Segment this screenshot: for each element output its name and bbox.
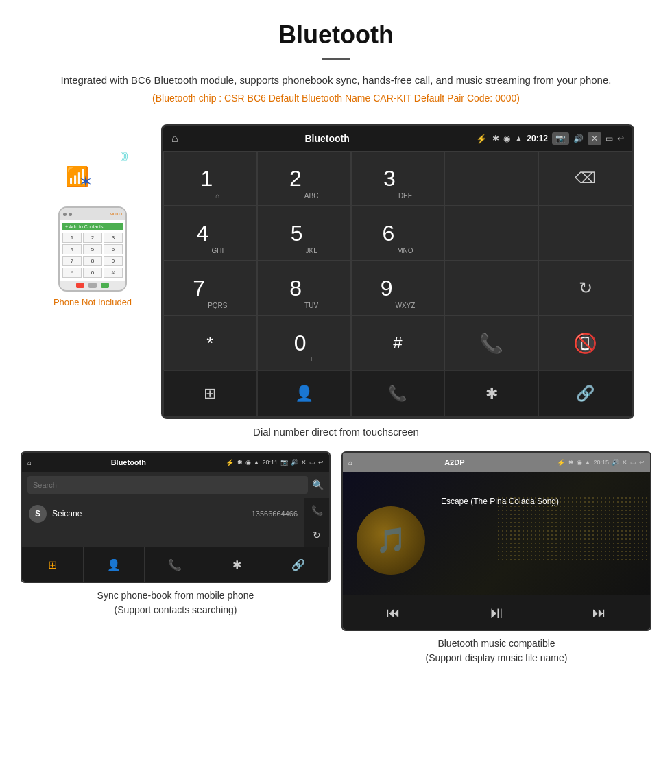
dial-key-3[interactable]: 3DEF xyxy=(351,151,445,206)
nav-bluetooth[interactable]: ✱ xyxy=(444,370,538,417)
music-caption: Bluetooth music compatible (Support disp… xyxy=(426,637,568,665)
bottom-screenshots: ⌂ Bluetooth ⚡ ✱ ◉ ▲ 20:11 📷 🔊 ✕ ▭ ↩ xyxy=(0,451,672,665)
backspace-icon: ⌫ xyxy=(575,169,596,187)
dial-cell-empty-4 xyxy=(444,261,538,316)
screen-icon[interactable]: ▭ xyxy=(605,134,613,143)
dial-call-button[interactable]: 📞 xyxy=(444,316,538,370)
pb-home-icon[interactable]: ⌂ xyxy=(27,459,32,466)
music-next-button[interactable]: ⏭ xyxy=(592,605,606,621)
music-block: ⌂ A2DP ⚡ ✱ ◉ ▲ 20:15 🔊 ✕ ▭ ↩ xyxy=(341,451,651,665)
dial-refresh[interactable]: ↻ xyxy=(538,261,632,316)
pb-search-button[interactable]: 🔍 xyxy=(312,479,324,490)
pb-link-icon: 🔗 xyxy=(291,558,305,571)
dial-keypad-grid: 1⌂ 2ABC 3DEF ⌫ 4GHI 5JKL 6MNO xyxy=(163,151,632,370)
dial-key-2[interactable]: 2ABC xyxy=(257,151,351,206)
pb-nav-contacts[interactable]: 👤 xyxy=(84,547,145,582)
pb-search-bar: 🔍 xyxy=(22,472,329,498)
stop-icon[interactable]: ✕ xyxy=(588,132,601,145)
dial-key-0[interactable]: 0+ xyxy=(257,316,351,370)
pb-status-bar: ⌂ Bluetooth ⚡ ✱ ◉ ▲ 20:11 📷 🔊 ✕ ▭ ↩ xyxy=(22,453,329,472)
phonebook-caption: Sync phone-book from mobile phone (Suppo… xyxy=(97,589,254,617)
pb-screen-icon: ▭ xyxy=(309,459,315,466)
pb-stop-icon: ✕ xyxy=(301,459,307,466)
pb-refresh-side-icon[interactable]: ↻ xyxy=(313,530,321,541)
music-play-pause-button[interactable]: ⏯ xyxy=(488,603,505,622)
page-title: Bluetooth xyxy=(41,21,631,49)
phone-not-included-label: Phone Not Included xyxy=(53,297,132,307)
dial-status-bar: ⌂ Bluetooth ⚡ ✱ ◉ ▲ 20:12 📷 🔊 ✕ ▭ ↩ xyxy=(163,126,632,151)
dial-cell-empty-3 xyxy=(538,206,632,261)
dial-end-button[interactable]: 📵 xyxy=(538,316,632,370)
music-vol-icon: 🔊 xyxy=(612,459,619,466)
music-loc-icon: ◉ xyxy=(577,459,582,466)
pb-contact-item[interactable]: S Seicane 13566664466 xyxy=(22,498,304,530)
dial-key-9[interactable]: 9WXYZ xyxy=(351,261,445,316)
music-prev-button[interactable]: ⏮ xyxy=(387,605,400,621)
dial-key-8[interactable]: 8TUV xyxy=(257,261,351,316)
pb-search-input[interactable] xyxy=(27,476,308,494)
refresh-icon: ↻ xyxy=(579,278,592,298)
bluetooth-nav-icon: ✱ xyxy=(485,385,498,403)
pb-nav-dialpad[interactable]: ⊞ xyxy=(22,547,84,582)
dial-key-5[interactable]: 5JKL xyxy=(257,206,351,261)
pb-contact-list: S Seicane 13566664466 xyxy=(22,498,304,547)
pb-contact-name: Seicane xyxy=(52,509,246,519)
wifi-icon: ▲ xyxy=(514,134,523,143)
pb-bt-icon: ✱ xyxy=(237,459,243,466)
dial-section: )))) 📶 ✶ MOTO + Add to Contacts 123 456 … xyxy=(0,124,672,419)
pb-nav: ⊞ 👤 📞 ✱ 🔗 xyxy=(22,547,329,582)
music-time: 20:15 xyxy=(593,459,609,466)
pb-nav-bt[interactable]: ✱ xyxy=(206,547,268,582)
music-note-icon: 🎵 xyxy=(376,526,407,555)
bluetooth-specs: (Bluetooth chip : CSR BC6 Default Blueto… xyxy=(41,93,631,104)
volume-icon[interactable]: 🔊 xyxy=(573,134,584,143)
pb-status-icons: ✱ ◉ ▲ 20:11 📷 🔊 ✕ ▭ ↩ xyxy=(237,459,324,466)
dial-nav-bar: ⊞ 👤 📞 ✱ 🔗 xyxy=(163,370,632,417)
phonebook-block: ⌂ Bluetooth ⚡ ✱ ◉ ▲ 20:11 📷 🔊 ✕ ▭ ↩ xyxy=(21,451,331,665)
phone-bottom-bar xyxy=(60,281,125,290)
dial-backspace[interactable]: ⌫ xyxy=(538,151,632,206)
pb-contacts-icon: 👤 xyxy=(107,558,121,571)
pb-time: 20:11 xyxy=(262,459,278,466)
dial-key-hash[interactable]: # xyxy=(351,316,445,370)
pb-usb-icon: ⚡ xyxy=(226,459,234,466)
call-icon: 📞 xyxy=(479,332,503,355)
music-dots-decoration xyxy=(496,496,650,561)
phone-top-bar: MOTO xyxy=(60,208,125,220)
dial-key-star[interactable]: * xyxy=(163,316,257,370)
dial-key-1[interactable]: 1⌂ xyxy=(163,151,257,206)
dial-key-4[interactable]: 4GHI xyxy=(163,206,257,261)
dial-key-6[interactable]: 6MNO xyxy=(351,206,445,261)
pb-call-side-icon[interactable]: 📞 xyxy=(311,505,323,516)
music-content-area: 🎵 Escape (The Pina Colada Song) xyxy=(343,472,650,595)
music-album-art: 🎵 xyxy=(357,506,425,575)
music-back-icon: ↩ xyxy=(639,459,645,466)
status-icons: ✱ ◉ ▲ 20:12 📷 🔊 ✕ ▭ ↩ xyxy=(492,132,624,145)
nav-dialpad[interactable]: ⊞ xyxy=(163,370,257,417)
dial-key-7[interactable]: 7PQRS xyxy=(163,261,257,316)
music-controls: ⏮ ⏯ ⏭ xyxy=(343,595,650,630)
pb-side-icons: 📞 ↻ xyxy=(304,498,329,547)
pb-cam-icon: 📷 xyxy=(280,459,288,466)
camera-icon[interactable]: 📷 xyxy=(552,132,569,145)
pb-nav-calls[interactable]: 📞 xyxy=(145,547,206,582)
music-home-icon[interactable]: ⌂ xyxy=(348,459,352,466)
phone-mockup-container: )))) 📶 ✶ MOTO + Add to Contacts 123 456 … xyxy=(38,124,147,307)
pb-back-icon: ↩ xyxy=(318,459,324,466)
phone-screen: + Add to Contacts 123 456 789 *0# xyxy=(60,220,125,281)
pb-loc-icon: ◉ xyxy=(245,459,251,466)
nav-calls[interactable]: 📞 xyxy=(351,370,445,417)
phone-screen-header: + Add to Contacts xyxy=(62,223,123,230)
home-icon[interactable]: ⌂ xyxy=(171,132,178,145)
phone-keypad: 123 456 789 *0# xyxy=(62,233,123,278)
pb-dialpad-icon: ⊞ xyxy=(48,558,57,571)
back-icon[interactable]: ↩ xyxy=(617,134,624,143)
nav-settings[interactable]: 🔗 xyxy=(538,370,632,417)
phonebook-screenshot: ⌂ Bluetooth ⚡ ✱ ◉ ▲ 20:11 📷 🔊 ✕ ▭ ↩ xyxy=(21,451,331,583)
pb-nav-link[interactable]: 🔗 xyxy=(267,547,329,582)
music-status-bar: ⌂ A2DP ⚡ ✱ ◉ ▲ 20:15 🔊 ✕ ▭ ↩ xyxy=(343,453,650,472)
nav-contacts[interactable]: 👤 xyxy=(257,370,351,417)
location-icon: ◉ xyxy=(503,134,510,143)
pb-contact-number: 13566664466 xyxy=(252,510,298,518)
dial-screen: ⌂ Bluetooth ⚡ ✱ ◉ ▲ 20:12 📷 🔊 ✕ ▭ ↩ 1⌂ 2 xyxy=(161,124,634,419)
